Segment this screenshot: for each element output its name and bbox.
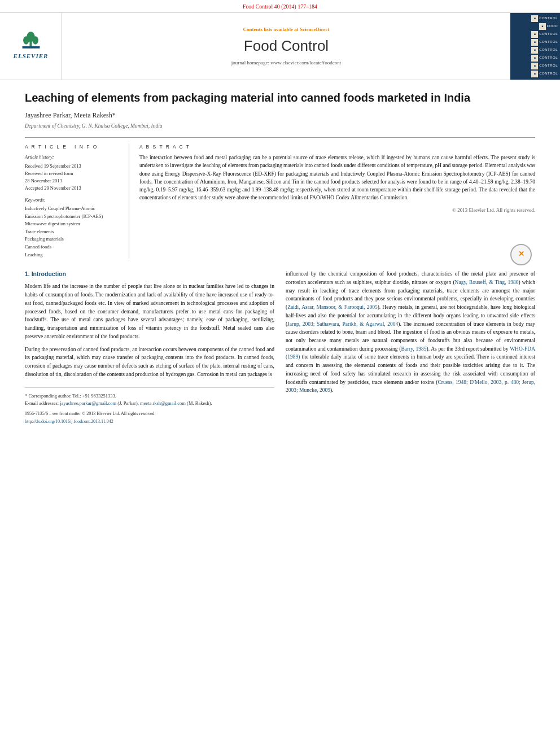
keyword-3: Microwave digestion system [25, 220, 122, 228]
elsevier-logo-area: ELSEVIER [0, 13, 62, 80]
keyword-7: Leaching [25, 251, 122, 259]
journal-title: Food Control [244, 36, 329, 57]
email1-name: (J. Parkar), [117, 400, 139, 406]
control-line-1: ■ CONTROL [531, 15, 558, 22]
sciencedirect-link[interactable]: Contents lists available at ScienceDirec… [243, 26, 330, 33]
control-line-7: ■ CONTROL [531, 63, 558, 69]
issn-text: 0956-7135/$ – see front matter © 2013 El… [25, 410, 274, 417]
ctrl-label: CONTROL [539, 16, 558, 21]
elsevier-wordmark: ELSEVIER [14, 52, 49, 61]
control-line-3: ■ CONTROL [531, 31, 558, 38]
authors: Jayashree Parkar, Meeta Rakesh* [25, 111, 535, 120]
journal-reference: Food Control 40 (2014) 177–184 [0, 0, 560, 12]
ctrl-box-3: ■ [531, 31, 538, 38]
ctrl-label-7: CONTROL [539, 63, 558, 68]
header-bar: ELSEVIER Contents lists available at Sci… [0, 12, 560, 80]
crossmark-badge[interactable]: ✕ [510, 244, 532, 265]
control-pattern: ■ CONTROL ■ FOOD ■ CONTROL ■ CONTROL ■ [531, 15, 558, 77]
email2-link[interactable]: meeta.rksh@gmail.com [140, 400, 186, 406]
copyright-notice: © 2013 Elsevier Ltd. All rights reserved… [139, 207, 535, 214]
control-line-6: ■ CONTROL [531, 55, 558, 62]
section1-para1: Modern life and the increase in the numb… [25, 282, 274, 340]
email-label: E-mail addresses: [25, 400, 59, 406]
revised-date: 28 November 2013 [25, 177, 122, 184]
keyword-4: Trace elements [25, 228, 122, 236]
keywords-label: Keywords: [25, 196, 122, 203]
ref-barry[interactable]: Barry, 1985 [401, 346, 426, 352]
article-body: ✕ Leaching of elements from packaging ma… [0, 80, 560, 436]
article-info-col: A R T I C L E I N F O Article history: R… [25, 143, 129, 259]
footnote-corresponding: * Corresponding author. Tel.: +91 983325… [25, 392, 274, 400]
ref-jarup[interactable]: Jarup, 2003; Sathawara, Parikh, & Agarwa… [287, 321, 398, 327]
right-para-text7: ). [330, 387, 334, 393]
page: Food Control 40 (2014) 177–184 ELSEVIER … [0, 0, 560, 747]
ctrl-label-3: CONTROL [539, 32, 558, 37]
journal-homepage: journal homepage: www.elsevier.com/locat… [231, 59, 341, 67]
elsevier-tree-icon [21, 32, 41, 52]
received-revised-label: Received in revised form [25, 170, 122, 177]
ctrl-label-6: CONTROL [539, 55, 558, 60]
article-title: Leaching of elements from packaging mate… [25, 90, 535, 105]
header-right-pattern: ■ CONTROL ■ FOOD ■ CONTROL ■ CONTROL ■ [510, 13, 560, 80]
article-info-abstract: A R T I C L E I N F O Article history: R… [25, 137, 535, 259]
affiliation: Department of Chemistry, G. N. Khalsa Co… [25, 123, 535, 130]
svg-rect-0 [22, 46, 40, 49]
ctrl-label-8: CONTROL [539, 71, 558, 76]
article-info-header: A R T I C L E I N F O [25, 143, 122, 150]
journal-header-center: Contents lists available at ScienceDirec… [62, 13, 510, 80]
article-history-label: Article history: [25, 154, 122, 160]
ctrl-label-4: CONTROL [539, 40, 558, 45]
section1-title: 1. Introduction [25, 270, 274, 278]
svg-point-4 [32, 36, 38, 44]
doi-link[interactable]: http://dx.doi.org/10.1016/j.foodcont.201… [25, 419, 113, 424]
ctrl-box-5: ■ [531, 47, 538, 54]
ctrl-box-6: ■ [531, 55, 538, 62]
ctrl-box-7: ■ [531, 63, 538, 69]
sciencedirect-brand: ScienceDirect [300, 27, 329, 32]
main-left-col: 1. Introduction Modern life and the incr… [25, 270, 274, 425]
ctrl-box-4: ■ [531, 39, 538, 46]
ctrl-label-5: CONTROL [539, 47, 558, 53]
crossmark-icon: ✕ [510, 244, 532, 265]
main-content: 1. Introduction Modern life and the incr… [25, 270, 535, 425]
received-date: Received 19 September 2013 [25, 163, 122, 169]
ctrl-box-8: ■ [531, 71, 538, 77]
ref-nagy[interactable]: Nagy, Rouseff, & Ting, 1980 [455, 279, 519, 285]
keyword-2: Emission Spectrophotometer (ICP-AES) [25, 213, 122, 221]
abstract-header: A B S T R A C T [139, 143, 535, 150]
section1-para2: During the preservation of canned food p… [25, 346, 274, 379]
abstract-text: The interaction between food and metal p… [139, 154, 535, 202]
keyword-6: Canned foods [25, 243, 122, 251]
right-para-text5: ). As per the 33rd report submitted by [426, 346, 510, 352]
email1-link[interactable]: jayashree.parkar@gmail.com [60, 400, 116, 406]
section1-right-para: influenced by the chemical composition o… [286, 270, 535, 395]
keyword-5: Packaging materials [25, 235, 122, 243]
ctrl-box: ■ [531, 15, 538, 22]
footnote-section: * Corresponding author. Tel.: +91 983325… [25, 387, 274, 425]
ctrl-box-2: ■ [539, 23, 546, 30]
sciencedirect-prefix: Contents lists available at [243, 27, 299, 32]
control-line-4: ■ CONTROL [531, 39, 558, 46]
abstract-col: A B S T R A C T The interaction between … [139, 143, 535, 259]
ref-zaidi[interactable]: Zaidi, Asrar, Mansoor, & Farooqui, 2005 [287, 304, 378, 310]
email2-name: (M. Rakesh). [187, 400, 212, 406]
svg-point-3 [23, 36, 29, 44]
footnote-email: E-mail addresses: jayashree.parkar@gmail… [25, 400, 274, 407]
control-line-5: ■ CONTROL [531, 47, 558, 54]
ctrl-label-2: FOOD [547, 24, 558, 29]
accepted-date: Accepted 29 November 2013 [25, 185, 122, 191]
keyword-1: Inductively Coupled Plasma-Atomic [25, 205, 122, 213]
control-line-2: ■ FOOD [539, 23, 558, 30]
control-line-8: ■ CONTROL [531, 71, 558, 77]
main-right-col: influenced by the chemical composition o… [286, 270, 535, 425]
